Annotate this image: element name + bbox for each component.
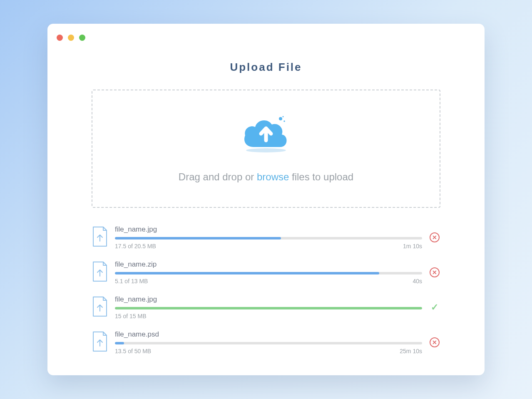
progress-bar [115,237,422,239]
file-row: file_name.zip 5.1 of 13 MB 40s ✕ [92,260,440,284]
file-action: ✓ [429,302,440,313]
progress-fill [115,307,422,309]
close-window-button[interactable] [57,35,63,41]
file-action: ✕ [429,232,440,242]
file-action: ✕ [429,337,440,347]
file-action: ✕ [429,267,440,277]
file-row: file_name.jpg 17.5 of 20.5 MB 1m 10s ✕ [92,225,440,249]
page-title: Upload File [47,61,485,74]
file-size-text: 15 of 15 MB [115,313,147,319]
dropzone[interactable]: Drag and drop or browse files to upload [92,90,440,208]
file-time-text: 25m 10s [400,348,422,354]
file-upload-icon [92,331,108,354]
file-row: file_name.psd 13.5 of 50 MB 25m 10s ✕ [92,330,440,354]
progress-fill [115,237,281,239]
file-list: file_name.jpg 17.5 of 20.5 MB 1m 10s ✕ f… [92,225,440,354]
progress-bar [115,272,422,274]
svg-point-0 [246,148,286,152]
svg-point-3 [283,116,284,117]
close-icon: ✕ [432,234,437,240]
dropzone-instruction: Drag and drop or browse files to upload [179,171,353,183]
close-icon: ✕ [432,269,437,275]
progress-bar [115,342,422,344]
cancel-upload-button[interactable]: ✕ [430,337,440,347]
svg-point-2 [283,120,285,122]
file-name: file_name.zip [115,260,422,269]
upload-window: Upload File Drag and drop or browse file… [47,24,485,375]
dropzone-suffix: files to upload [289,171,353,182]
file-name: file_name.jpg [115,295,422,304]
file-size-text: 13.5 of 50 MB [115,348,151,354]
check-icon: ✓ [431,302,438,313]
file-upload-icon [92,296,108,319]
file-size-text: 17.5 of 20.5 MB [115,243,156,249]
minimize-window-button[interactable] [68,35,74,41]
file-time-text: 40s [413,278,422,284]
cancel-upload-button[interactable]: ✕ [430,232,440,242]
maximize-window-button[interactable] [79,35,85,41]
file-row: file_name.jpg 15 of 15 MB ✓ [92,295,440,319]
close-icon: ✕ [432,339,437,345]
file-time-text: 1m 10s [403,243,422,249]
progress-fill [115,342,124,344]
window-titlebar [47,35,485,41]
file-name: file_name.jpg [115,225,422,234]
cloud-upload-icon [241,115,291,155]
file-upload-icon [92,261,108,284]
file-name: file_name.psd [115,330,422,339]
file-upload-icon [92,226,108,249]
progress-bar [115,307,422,309]
progress-fill [115,272,379,274]
file-size-text: 5.1 of 13 MB [115,278,148,284]
dropzone-prefix: Drag and drop or [179,171,257,182]
cancel-upload-button[interactable]: ✕ [430,267,440,277]
browse-link[interactable]: browse [257,171,289,182]
svg-point-1 [279,117,282,120]
